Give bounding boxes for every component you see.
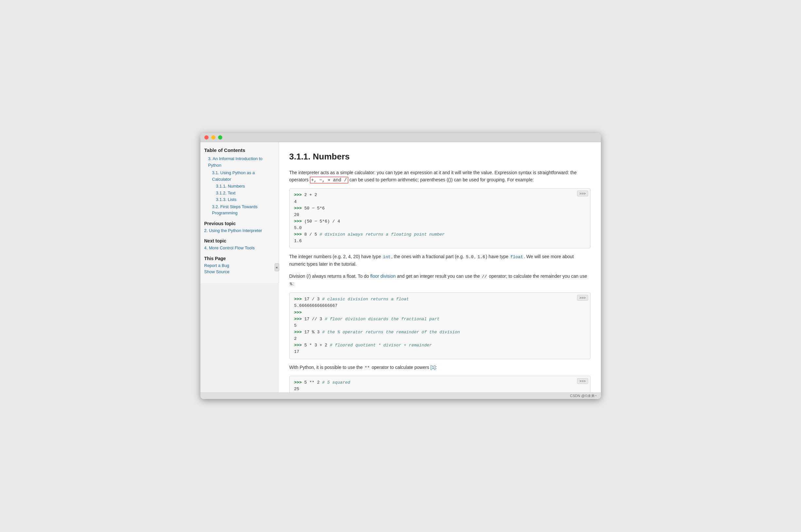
sidebar-link-lists[interactable]: 3.1.3. Lists [216, 196, 275, 203]
sidebar-link-numbers[interactable]: 3.1.1. Numbers [216, 183, 275, 190]
main-content: 3.1.1. Numbers The interpreter acts as a… [279, 142, 601, 393]
bottom-bar-label: CSDN @©未来~ [570, 394, 597, 398]
minimize-button[interactable] [211, 135, 216, 139]
para2-int: int [382, 254, 391, 260]
code-line-1-2: 4 [294, 199, 585, 205]
browser-window: Table of Contents 3. An Informal Introdu… [200, 133, 601, 399]
toc-title: Table of Contents [204, 147, 275, 153]
code-3-line-2: 25 [294, 386, 585, 393]
content-area: Table of Contents 3. An Informal Introdu… [200, 142, 601, 393]
floor-division-link[interactable]: floor division [370, 273, 396, 279]
prev-topic-link[interactable]: 2. Using the Python Interpreter [204, 227, 275, 234]
code-line-1-3: >>> 50 − 5*6 [294, 205, 585, 212]
title-bar [200, 133, 601, 142]
code-3-line-1: >>> 5 ** 2 # 5 squared [294, 379, 585, 386]
code-2-line-6: >>> 17 % 3 # the % operator returns the … [294, 329, 585, 336]
para3-before: Division (/) always returns a float. To … [289, 273, 370, 279]
code-2-line-4: >>> 17 // 3 # floor division discards th… [294, 316, 585, 323]
code-2-line-9: 17 [294, 349, 585, 355]
close-button[interactable] [204, 135, 209, 139]
intro-paragraph: The interpreter acts as a simple calcula… [289, 169, 591, 184]
maximize-button[interactable] [218, 135, 222, 139]
paragraph-4: With Python, it is possible to use the *… [289, 364, 591, 372]
para3-colon: : [293, 281, 294, 286]
para3-mod: % [289, 282, 293, 287]
next-topic-link[interactable]: 4. More Control Flow Tools [204, 245, 275, 251]
para3-op: // [481, 274, 488, 279]
code-2-line-2: 5.666666666666667 [294, 303, 585, 309]
para4-before: With Python, it is possible to use the [289, 365, 364, 370]
copy-button-3[interactable]: >>> [577, 378, 588, 384]
code-line-1-1: >>> 2 + 2 [294, 192, 585, 198]
copy-button-1[interactable]: >>> [577, 191, 588, 196]
code-line-1-8: 1.6 [294, 238, 585, 244]
code-2-line-7: 2 [294, 336, 585, 342]
paragraph-3: Division (/) always returns a float. To … [289, 272, 591, 288]
code-block-1: >>> >>> 2 + 2 4 >>> 50 − 5*6 20 >>> (50 … [289, 188, 591, 248]
show-source-link[interactable]: Show Source [204, 269, 275, 275]
para2-middle: , the ones with a fractional part (e.g. [391, 254, 465, 259]
bottom-bar: CSDN @©未来~ [200, 393, 601, 399]
sidebar: Table of Contents 3. An Informal Introdu… [200, 142, 279, 283]
para4-mid: operator to calculate powers [370, 365, 431, 370]
this-page-title: This Page [204, 256, 275, 261]
para2-50: 5.0 [465, 254, 474, 260]
code-2-line-5: 5 [294, 323, 585, 329]
next-topic-title: Next topic [204, 238, 275, 244]
code-2-line-3: >>> [294, 309, 585, 316]
footnote-link[interactable]: [1] [431, 365, 436, 370]
report-bug-link[interactable]: Report a Bug [204, 262, 275, 269]
code-block-2: >>> >>> 17 / 3 # classic division return… [289, 292, 591, 359]
intro-text-after: can be used to perform arithmetic; paren… [348, 177, 534, 182]
sidebar-link-text[interactable]: 3.1.2. Text [216, 190, 275, 196]
code-line-1-7: >>> 8 / 5 # division always returns a fl… [294, 231, 585, 238]
para2-after: ) have type [486, 254, 510, 259]
para2-float: float [510, 254, 524, 260]
para4-end: : [435, 365, 437, 370]
para2-before: The integer numbers (e.g. 2, 4, 20) have… [289, 254, 383, 259]
sidebar-link-first-steps[interactable]: 3.2. First Steps Towards Programming [212, 204, 275, 216]
copy-button-2[interactable]: >>> [577, 295, 588, 301]
operators-highlighted: +, −, ∗ and / [310, 177, 348, 183]
sidebar-link-calc[interactable]: 3.1. Using Python as a Calculator [212, 170, 275, 182]
para3-mid: and get an integer result you can use th… [396, 273, 481, 279]
para4-op: ** [364, 365, 370, 370]
prev-topic-title: Previous topic [204, 221, 275, 226]
code-line-1-5: >>> (50 − 5*6) / 4 [294, 218, 585, 225]
code-block-3: >>> >>> 5 ** 2 # 5 squared 25 >>> 2 ** 7… [289, 376, 591, 393]
code-line-1-4: 20 [294, 212, 585, 218]
page-heading: 3.1.1. Numbers [289, 150, 591, 164]
sidebar-link-intro[interactable]: 3. An Informal Introduction to Python [208, 155, 275, 168]
code-2-line-8: >>> 5 * 3 + 2 # floored quotient * divis… [294, 342, 585, 349]
para2-16: 1.6 [477, 254, 485, 260]
sidebar-collapse-button[interactable]: « [275, 263, 279, 271]
code-line-1-6: 5.0 [294, 225, 585, 231]
paragraph-2: The integer numbers (e.g. 2, 4, 20) have… [289, 253, 591, 268]
para3-end: operator; to calculate the remainder you… [487, 273, 587, 279]
code-2-line-1: >>> 17 / 3 # classic division returns a … [294, 296, 585, 303]
